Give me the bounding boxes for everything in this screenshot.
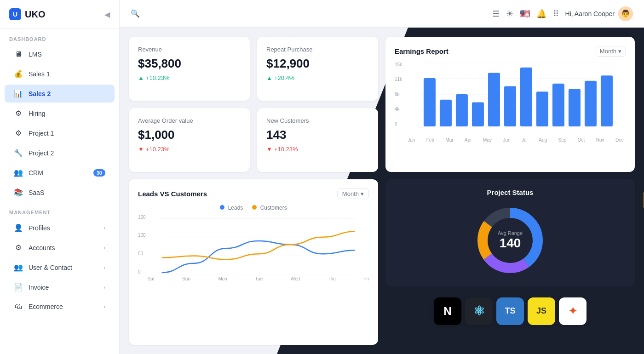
sidebar-item-label: Project 2 [29, 149, 54, 157]
chevron-right-icon: › [104, 303, 105, 310]
leads-period-selector[interactable]: Month ▾ [337, 188, 369, 199]
sidebar-item-sales2[interactable]: 📊 Sales 2 [5, 85, 115, 103]
repeat-purchase-change: ▲ +20.4% [266, 74, 369, 81]
sidebar-item-label: Hiring [29, 110, 46, 117]
new-customers-change: ▼ +10.23% [266, 146, 369, 153]
javascript-icon: JS [528, 297, 555, 325]
sidebar-item-lms[interactable]: 🖥 LMS [5, 46, 115, 63]
topbar-actions: ☰ ☀ 🇺🇸 🔔 ⠿ Hi, Aaron Cooper 👨 [492, 6, 633, 21]
new-customers-value: 143 [266, 128, 369, 142]
sidebar-item-invoice[interactable]: 📄 Invoice › [5, 278, 115, 296]
chevron-right-icon: › [104, 245, 105, 251]
saas-icon: 📚 [14, 188, 23, 197]
logo-icon: U [9, 8, 21, 20]
react-icon: ⚛ [465, 297, 493, 325]
project-status-donut: Avg Range 140 [473, 204, 547, 277]
revenue-label: Revenue [138, 46, 241, 53]
right-bottom-section: Project Status A [385, 179, 635, 345]
management-section-label: MANAGEMENT [0, 202, 119, 218]
down-arrow-icon: ▼ [266, 146, 272, 153]
leads-legend: Leads Customers [138, 205, 369, 211]
bell-icon[interactable]: 🔔 [536, 9, 546, 19]
svg-rect-14 [569, 89, 581, 126]
svg-rect-6 [440, 100, 452, 126]
leads-card: Leads VS Customers Month ▾ Leads Custome… [129, 179, 378, 345]
revenue-card: Revenue $35,800 ▲ +10.23% [129, 37, 250, 101]
leads-line-chart [148, 215, 369, 274]
earnings-y-labels: 0 4k 8k 11k 15k [395, 62, 402, 126]
sidebar-logo: U UKO ◀ [0, 0, 119, 29]
down-arrow-icon: ▼ [138, 146, 144, 153]
chevron-down-icon: ▾ [361, 190, 364, 197]
logo-label: UKO [25, 9, 45, 20]
sales1-icon: 💰 [14, 69, 23, 78]
sidebar-item-label: Sales 2 [29, 90, 51, 97]
avg-order-value: $1,000 [138, 128, 241, 142]
ecommerce-icon: 🛍 [14, 303, 23, 311]
figma-icon: ✦ [559, 297, 586, 325]
svg-rect-15 [585, 81, 597, 126]
sidebar-item-user-contact[interactable]: 👥 User & Contact › [5, 258, 115, 276]
revenue-value: $35,800 [138, 57, 241, 71]
repeat-purchase-value: $12,900 [266, 57, 369, 71]
new-customers-label: New Customers [266, 117, 369, 124]
earnings-title: Earnings Report [395, 47, 448, 55]
sidebar-item-crm[interactable]: 👥 CRM 30 [5, 164, 115, 182]
up-arrow-icon: ▲ [266, 74, 272, 81]
sun-icon[interactable]: ☀ [506, 9, 513, 19]
sidebar-item-profiles[interactable]: 👤 Profiles › [5, 219, 115, 237]
leads-header: Leads VS Customers Month ▾ [138, 188, 369, 199]
sidebar-item-label: Invoice [29, 284, 49, 291]
stats-cards: Revenue $35,800 ▲ +10.23% Repeat Purchas… [129, 37, 378, 172]
revenue-change: ▲ +10.23% [138, 74, 241, 81]
donut-value: 140 [498, 236, 523, 251]
chevron-right-icon: › [104, 264, 105, 271]
svg-rect-12 [536, 91, 548, 126]
grid-icon[interactable]: ⠿ [553, 9, 559, 19]
search-box[interactable]: 🔍 [131, 9, 485, 18]
sidebar-item-project2[interactable]: 🔧 Project 2 [5, 144, 115, 162]
avg-order-card: Average Order value $1,000 ▼ +10.23% [129, 108, 250, 172]
sidebar-collapse-button[interactable]: ◀ [104, 10, 110, 19]
repeat-purchase-label: Repeat Purchase [266, 46, 369, 53]
customers-legend-item: Customers [252, 205, 287, 211]
sidebar-item-label: Accounts [29, 244, 55, 251]
sidebar-item-label: CRM [29, 169, 43, 177]
sidebar-item-hiring[interactable]: ⚙ Hiring [5, 104, 115, 122]
sales2-icon: 📊 [14, 89, 23, 98]
sidebar-item-saas[interactable]: 📚 SaaS [5, 183, 115, 201]
menu-icon[interactable]: ☰ [492, 9, 500, 19]
sidebar-item-label: User & Contact [29, 264, 72, 271]
svg-rect-9 [488, 73, 500, 126]
topbar: 🔍 ☰ ☀ 🇺🇸 🔔 ⠿ Hi, Aaron Cooper 👨 [120, 0, 644, 28]
sidebar-item-label: Ecommerce [29, 303, 63, 310]
leads-x-labels: SatSunMonTueWedThuFri [148, 276, 369, 281]
sidebar-item-accounts[interactable]: ⚙ Accounts › [5, 239, 115, 257]
accounts-icon: ⚙ [14, 243, 23, 252]
earnings-period-selector[interactable]: Month ▾ [596, 46, 626, 57]
sidebar-item-sales1[interactable]: 💰 Sales 1 [5, 65, 115, 83]
donut-center: Avg Range 140 [498, 230, 523, 251]
earnings-card: Earnings Report Month ▾ 0 4k 8k 11k 15k [385, 37, 635, 172]
sidebar-item-label: Profiles [29, 224, 50, 232]
new-customers-card: New Customers 143 ▼ +10.23% [257, 108, 378, 172]
profiles-icon: 👤 [14, 223, 23, 232]
svg-rect-16 [601, 75, 613, 126]
nextjs-icon: N [434, 297, 461, 325]
sidebar-item-project1[interactable]: ⚙ Project 1 [5, 124, 115, 142]
avg-order-change: ▼ +10.23% [138, 146, 241, 153]
crm-icon: 👥 [14, 168, 23, 177]
crm-badge: 30 [93, 169, 105, 177]
earnings-x-labels: JanFebMarAprMayJunJulAugSepOctNovDec [406, 137, 626, 143]
search-icon: 🔍 [131, 9, 140, 18]
sidebar-item-ecommerce[interactable]: 🛍 Ecommerce › [5, 298, 115, 315]
chevron-down-icon: ▾ [618, 48, 621, 55]
tech-icons-row: N ⚛ TS JS ✦ [385, 297, 635, 325]
sidebar-item-label: Project 1 [29, 130, 54, 137]
chevron-right-icon: › [104, 225, 105, 231]
sidebar-item-label: SaaS [29, 189, 44, 196]
earnings-bar-chart [406, 62, 626, 136]
leads-y-labels: 050100150 [138, 215, 146, 274]
project-status-title: Project Status [487, 188, 534, 196]
flag-icon[interactable]: 🇺🇸 [520, 9, 530, 19]
